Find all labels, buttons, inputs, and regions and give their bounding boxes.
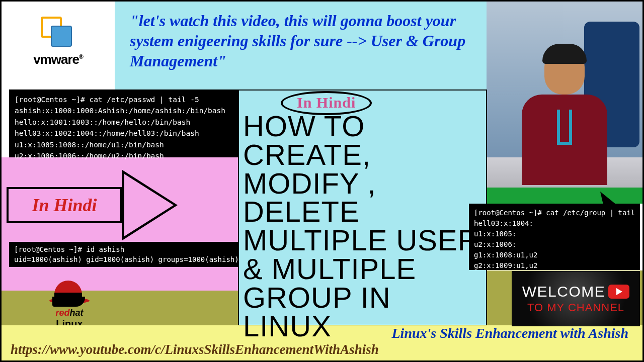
arrow-head-icon <box>122 170 178 240</box>
vmware-wordmark: vmware® <box>33 52 83 67</box>
presenter-photo <box>487 2 642 188</box>
welcome-banner: WELCOME TO MY CHANNEL <box>512 271 640 326</box>
terminal-passwd: [root@Centos ~]# cat /etc/passwd | tail … <box>9 89 238 157</box>
quote-text: "let's watch this video, this will gonna… <box>130 11 472 71</box>
main-title: HOW TO CREATE, MODIFY , DELETE MULTIPLE … <box>243 112 485 341</box>
hindi-badge-text: In Hindi <box>297 94 356 111</box>
redhat-wordmark: redhat <box>32 308 107 318</box>
redhat-hat-icon <box>49 281 90 306</box>
quote-banner: "let's watch this video, this will gonna… <box>115 2 487 89</box>
arrow-tail: In Hindi <box>7 187 122 223</box>
welcome-line1: WELCOME <box>522 283 606 300</box>
welcome-line2: TO MY CHANNEL <box>527 301 624 314</box>
youtube-play-icon <box>608 285 629 299</box>
hindi-badge: In Hindi <box>281 91 372 115</box>
arrow-in-hindi: In Hindi <box>7 170 178 240</box>
channel-title: Linux's Skills Enhancement with Ashish <box>392 325 628 341</box>
vmware-logo-block: vmware® <box>2 2 115 82</box>
arrow-label: In Hindi <box>32 195 97 216</box>
channel-url: https://www.youtube.com/c/LinuxsSkillsEn… <box>11 342 379 357</box>
terminal-group: [root@Centos ~]# cat /etc/group | tail -… <box>469 204 640 270</box>
terminal-id: [root@Centos ~]# id ashish uid=1000(ashi… <box>9 242 238 267</box>
redhat-logo-block: redhat Linux <box>32 281 107 330</box>
vmware-icon <box>41 17 76 47</box>
